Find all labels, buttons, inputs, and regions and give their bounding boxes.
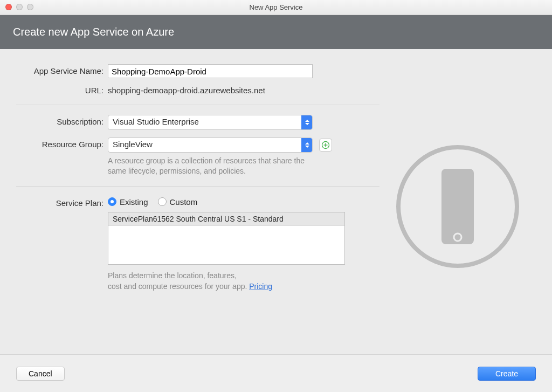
- traffic-lights: [5, 4, 33, 10]
- plus-icon: [321, 141, 330, 149]
- radio-custom-label: Custom: [170, 197, 198, 207]
- subscription-label: Subscription:: [16, 115, 108, 126]
- window: New App Service Create new App Service o…: [0, 0, 552, 392]
- radio-icon: [108, 197, 116, 206]
- create-button[interactable]: Create: [478, 367, 536, 381]
- phone-circle-icon: [390, 139, 525, 274]
- resource-group-label: Resource Group:: [16, 137, 108, 149]
- window-title: New App Service: [0, 3, 552, 11]
- resource-group-select[interactable]: SingleView: [108, 137, 313, 153]
- radio-existing-label: Existing: [120, 197, 148, 207]
- service-plan-label: Service Plan:: [16, 196, 108, 208]
- add-resource-group-button[interactable]: [319, 139, 332, 152]
- app-service-name-input[interactable]: [108, 64, 313, 78]
- divider: [16, 186, 380, 187]
- illustration: [380, 64, 536, 349]
- url-value: shopping-demoapp-droid.azurewebsites.net: [108, 84, 380, 95]
- minimize-icon[interactable]: [16, 4, 23, 10]
- app-service-name-label: App Service Name:: [16, 64, 108, 75]
- cancel-button[interactable]: Cancel: [16, 367, 65, 381]
- resource-group-value: SingleView: [108, 138, 301, 152]
- resource-group-helper: A resource group is a collection of reso…: [108, 156, 323, 176]
- subscription-value: Visual Studio Enterprise: [108, 115, 301, 129]
- titlebar: New App Service: [0, 0, 552, 15]
- divider: [16, 105, 380, 105]
- page-header: Create new App Service on Azure: [0, 15, 552, 49]
- chevron-up-down-icon: [301, 115, 312, 129]
- service-plan-radio-group: Existing Custom: [108, 196, 380, 207]
- service-plan-list[interactable]: ServicePlan61562 South Central US S1 - S…: [108, 212, 345, 265]
- pricing-link[interactable]: Pricing: [249, 282, 272, 291]
- radio-icon: [158, 197, 167, 206]
- chevron-up-down-icon: [301, 138, 312, 152]
- maximize-icon[interactable]: [27, 4, 33, 10]
- radio-existing[interactable]: Existing: [108, 197, 148, 207]
- close-icon[interactable]: [5, 4, 12, 10]
- list-item[interactable]: ServicePlan61562 South Central US S1 - S…: [108, 212, 344, 226]
- radio-custom[interactable]: Custom: [158, 197, 198, 207]
- service-plan-helper: Plans determine the location, features, …: [108, 270, 380, 292]
- body: App Service Name: URL: shopping-demoapp-…: [0, 49, 552, 354]
- form-column: App Service Name: URL: shopping-demoapp-…: [16, 64, 380, 349]
- subscription-select[interactable]: Visual Studio Enterprise: [108, 115, 313, 130]
- page-title: Create new App Service on Azure: [13, 26, 174, 38]
- footer: Cancel Create: [0, 354, 552, 392]
- url-label: URL:: [16, 84, 108, 95]
